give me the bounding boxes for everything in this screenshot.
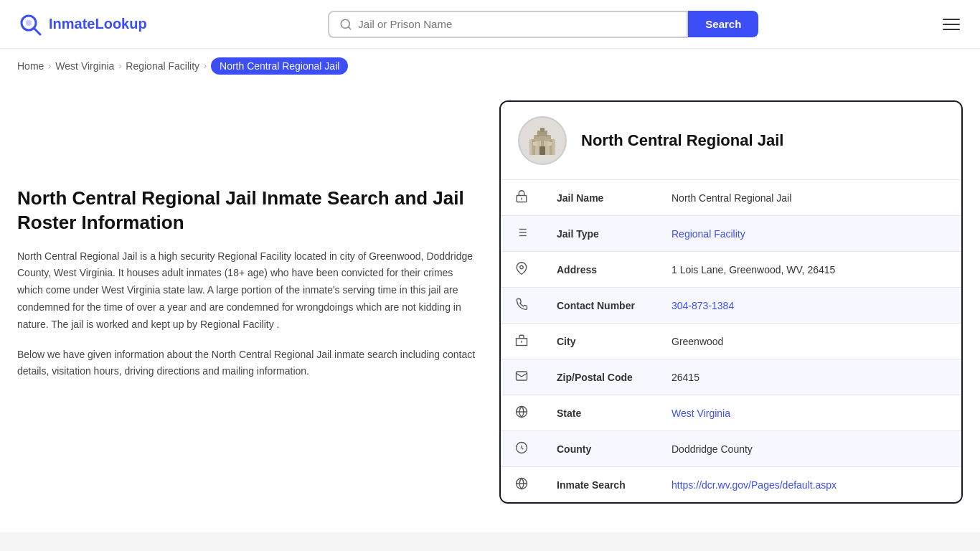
mail-icon — [501, 359, 542, 395]
field-value-2: 1 Lois Lane, Greenwood, WV, 26415 — [657, 252, 961, 288]
jail-card-title: North Central Regional Jail — [581, 131, 783, 150]
footer — [0, 532, 980, 551]
table-row: Inmate Searchhttps://dcr.wv.gov/Pages/de… — [501, 467, 961, 503]
field-label-1: Jail Type — [542, 216, 657, 252]
field-value-1[interactable]: Regional Facility — [657, 216, 961, 252]
breadcrumb-type[interactable]: Regional Facility — [126, 60, 199, 72]
chevron-icon-2: › — [118, 61, 121, 71]
jail-building-icon — [524, 122, 561, 159]
search-icon — [339, 18, 352, 31]
table-row: Contact Number304-873-1384 — [501, 288, 961, 324]
logo-icon — [17, 11, 43, 37]
field-link-8[interactable]: https://dcr.wv.gov/Pages/default.aspx — [672, 479, 837, 491]
table-row: Zip/Postal Code26415 — [501, 359, 961, 395]
svg-rect-9 — [532, 139, 535, 155]
main-content: North Central Regional Jail Inmate Searc… — [0, 83, 980, 532]
search-button[interactable]: Search — [688, 11, 758, 37]
table-row: Address1 Lois Lane, Greenwood, WV, 26415 — [501, 252, 961, 288]
logo[interactable]: InmateLookup — [17, 11, 147, 37]
field-value-4: Greenwood — [657, 324, 961, 359]
search-globe-icon — [501, 467, 542, 503]
field-value-0: North Central Regional Jail — [657, 180, 961, 216]
field-label-4: City — [542, 324, 657, 359]
table-row: Jail NameNorth Central Regional Jail — [501, 180, 961, 216]
menu-line-1 — [943, 19, 960, 20]
field-link-1[interactable]: Regional Facility — [672, 228, 745, 240]
field-value-6[interactable]: West Virginia — [657, 395, 961, 431]
svg-line-1 — [34, 28, 40, 34]
svg-rect-14 — [547, 142, 552, 146]
svg-line-4 — [349, 27, 351, 29]
field-value-7: Doddridge County — [657, 431, 961, 467]
field-label-8: Inmate Search — [542, 467, 657, 503]
search-bar: Search — [328, 11, 758, 38]
breadcrumb-current: North Central Regional Jail — [211, 57, 348, 75]
svg-rect-13 — [533, 142, 537, 146]
jail-icon — [501, 180, 542, 216]
field-label-5: Zip/Postal Code — [542, 359, 657, 395]
breadcrumb: Home › West Virginia › Regional Facility… — [0, 49, 980, 83]
chevron-icon-3: › — [204, 61, 207, 71]
svg-rect-8 — [540, 128, 545, 132]
field-label-3: Contact Number — [542, 288, 657, 324]
menu-button[interactable] — [940, 16, 963, 33]
table-row: Jail TypeRegional Facility — [501, 216, 961, 252]
table-row: CityGreenwood — [501, 324, 961, 359]
field-label-7: County — [542, 431, 657, 467]
field-value-5: 26415 — [657, 359, 961, 395]
page-description-2: Below we have given information about th… — [17, 347, 476, 381]
field-label-6: State — [542, 395, 657, 431]
logo-text: InmateLookup — [49, 16, 147, 32]
globe-icon — [501, 395, 542, 431]
info-card-header: North Central Regional Jail — [501, 102, 961, 179]
svg-rect-12 — [540, 146, 545, 155]
page-title: North Central Regional Jail Inmate Searc… — [17, 187, 476, 235]
breadcrumb-home[interactable]: Home — [17, 60, 44, 72]
search-input[interactable] — [358, 18, 677, 30]
phone-icon — [501, 288, 542, 324]
field-link-3[interactable]: 304-873-1384 — [672, 300, 734, 311]
page-description-1: North Central Regional Jail is a high se… — [17, 248, 476, 334]
info-card: North Central Regional Jail Jail NameNor… — [499, 100, 963, 504]
location-icon — [501, 252, 542, 288]
svg-rect-26 — [517, 372, 527, 380]
jail-avatar — [518, 116, 567, 165]
svg-point-2 — [26, 20, 32, 26]
county-icon — [501, 431, 542, 467]
right-column: North Central Regional Jail Jail NameNor… — [499, 100, 963, 504]
table-row: StateWest Virginia — [501, 395, 961, 431]
svg-point-23 — [520, 265, 524, 269]
field-link-6[interactable]: West Virginia — [672, 408, 730, 419]
field-value-8[interactable]: https://dcr.wv.gov/Pages/default.aspx — [657, 467, 961, 503]
table-row: CountyDoddridge County — [501, 431, 961, 467]
breadcrumb-state[interactable]: West Virginia — [55, 60, 114, 72]
header: InmateLookup Search — [0, 0, 980, 49]
svg-rect-11 — [550, 139, 552, 155]
left-column: North Central Regional Jail Inmate Searc… — [17, 100, 476, 380]
field-value-3[interactable]: 304-873-1384 — [657, 288, 961, 324]
field-label-2: Address — [542, 252, 657, 288]
chevron-icon-1: › — [48, 61, 51, 71]
list-icon — [501, 216, 542, 252]
menu-line-2 — [943, 24, 960, 25]
search-input-wrap — [328, 11, 688, 38]
city-icon — [501, 324, 542, 359]
menu-line-3 — [943, 29, 960, 30]
field-label-0: Jail Name — [542, 180, 657, 216]
info-table: Jail NameNorth Central Regional JailJail… — [501, 179, 961, 502]
